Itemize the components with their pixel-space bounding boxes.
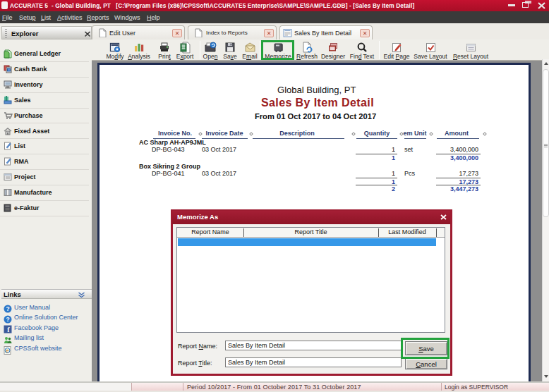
svg-text:e: e bbox=[6, 348, 9, 353]
svg-text:?: ? bbox=[6, 316, 9, 323]
svg-text:?: ? bbox=[6, 305, 9, 312]
